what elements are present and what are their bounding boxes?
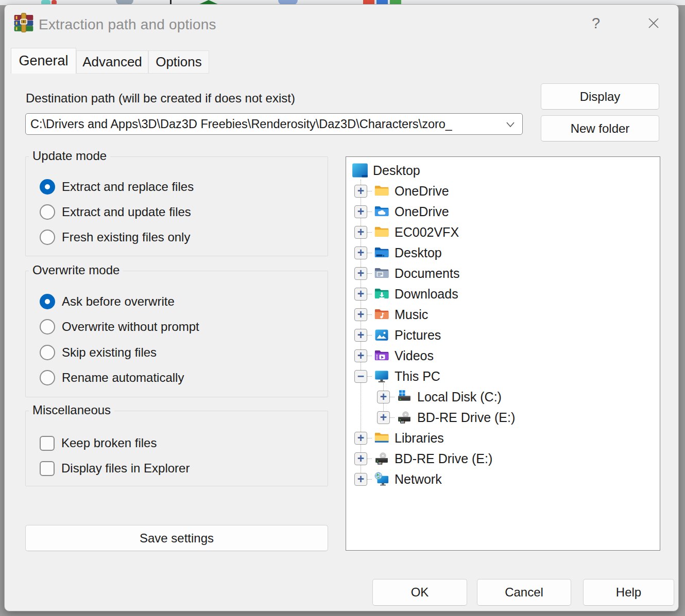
tree-item-videos[interactable]: +Videos: [346, 345, 660, 366]
tree-item-label[interactable]: BD-RE Drive (E:): [395, 451, 492, 466]
tree-item-bd-re-drive-e[interactable]: +BDBD-RE Drive (E:): [346, 407, 660, 428]
checkbox-label[interactable]: Keep broken files: [61, 436, 157, 450]
collapse-toggle-icon[interactable]: −: [354, 370, 367, 383]
new-folder-button[interactable]: New folder: [541, 115, 659, 142]
tree-item-label[interactable]: BD-RE Drive (E:): [417, 410, 515, 425]
expand-toggle-icon[interactable]: +: [354, 432, 367, 445]
expand-toggle-icon[interactable]: +: [354, 329, 367, 342]
tree-item-bd-re-drive-e[interactable]: +BDBD-RE Drive (E:): [346, 448, 660, 469]
tree-item-music[interactable]: +Music: [346, 304, 660, 325]
folder-icon: [373, 224, 390, 240]
tree-connector: [367, 212, 372, 212]
tree-item-label[interactable]: Local Disk (C:): [417, 390, 502, 404]
expand-toggle-icon[interactable]: +: [354, 205, 367, 218]
radio-icon[interactable]: [40, 204, 55, 220]
tab-general[interactable]: General: [11, 48, 76, 74]
expand-toggle-icon[interactable]: +: [354, 185, 367, 198]
tree-connector: [367, 314, 372, 315]
radio-icon[interactable]: [40, 294, 55, 309]
expand-toggle-icon[interactable]: +: [354, 452, 367, 465]
tree-item-label[interactable]: OneDrive: [395, 204, 449, 219]
radio-label[interactable]: Ask before overwrite: [62, 294, 175, 309]
radio-icon[interactable]: [40, 319, 55, 335]
radio-icon[interactable]: [40, 345, 55, 360]
tree-item-label[interactable]: Downloads: [395, 287, 458, 302]
radio-ask-before-overwrite[interactable]: Ask before overwrite: [40, 293, 175, 310]
radio-extract-and-update-files[interactable]: Extract and update files: [40, 204, 191, 220]
radio-label[interactable]: Overwrite without prompt: [62, 320, 199, 334]
tree-item-local-disk-c[interactable]: +Local Disk (C:): [346, 386, 660, 407]
tree-item-desktop[interactable]: +Desktop: [346, 242, 660, 263]
radio-icon[interactable]: [40, 230, 55, 245]
drive-bd-icon: BD: [373, 450, 390, 467]
radio-icon[interactable]: [40, 179, 55, 195]
ok-button[interactable]: OK: [372, 579, 467, 606]
help-button[interactable]: Help: [583, 579, 674, 606]
tree-item-libraries[interactable]: +Libraries: [346, 428, 660, 448]
tree-item-label[interactable]: Videos: [395, 348, 434, 363]
tree-item-pictures[interactable]: +Pictures: [346, 325, 660, 345]
checkbox-icon[interactable]: [40, 436, 55, 451]
expand-toggle-icon[interactable]: +: [354, 247, 367, 259]
update-mode-group-title: Update mode: [29, 149, 110, 163]
svg-text:BD: BD: [401, 421, 405, 424]
tree-connector: [367, 376, 372, 377]
radio-label[interactable]: Skip existing files: [62, 345, 157, 360]
radio-label[interactable]: Extract and replace files: [62, 180, 194, 194]
display-button[interactable]: Display: [541, 83, 659, 110]
tree-item-label[interactable]: Desktop: [373, 163, 420, 178]
radio-label[interactable]: Fresh existing files only: [62, 230, 190, 244]
checkbox-display-files-in-explorer[interactable]: Display files in Explorer: [40, 460, 190, 477]
destination-path-combobox[interactable]: C:\Drivers and Apps\3D\Daz3D Freebies\Re…: [25, 113, 523, 135]
tree-item-downloads[interactable]: +Downloads: [346, 284, 660, 304]
tree-item-label[interactable]: Desktop: [395, 245, 442, 260]
close-icon: [647, 16, 660, 30]
expand-toggle-icon[interactable]: +: [377, 411, 390, 424]
expand-toggle-icon[interactable]: +: [377, 391, 390, 403]
checkbox-keep-broken-files[interactable]: Keep broken files: [40, 435, 157, 451]
tree-item-network[interactable]: +Network: [346, 469, 660, 489]
tree-item-label[interactable]: Documents: [395, 266, 459, 281]
chevron-down-icon[interactable]: [505, 120, 516, 131]
tree-item-label[interactable]: Libraries: [395, 431, 444, 446]
expand-toggle-icon[interactable]: +: [354, 473, 367, 486]
destination-path-value[interactable]: C:\Drivers and Apps\3D\Daz3D Freebies\Re…: [30, 117, 452, 131]
checkbox-label[interactable]: Display files in Explorer: [61, 461, 190, 476]
expand-toggle-icon[interactable]: +: [354, 226, 367, 239]
checkbox-icon[interactable]: [40, 461, 55, 476]
cancel-button[interactable]: Cancel: [477, 579, 571, 606]
tree-item-onedrive[interactable]: +OneDrive: [346, 201, 660, 222]
radio-extract-and-replace-files[interactable]: Extract and replace files: [40, 179, 194, 195]
expand-toggle-icon[interactable]: +: [354, 267, 367, 280]
close-button[interactable]: [637, 11, 670, 36]
window-title: Extraction path and options: [39, 16, 216, 33]
help-titlebar-button[interactable]: ?: [579, 11, 612, 36]
radio-overwrite-without-prompt[interactable]: Overwrite without prompt: [40, 319, 199, 335]
expand-toggle-icon[interactable]: +: [354, 308, 367, 321]
tab-advanced[interactable]: Advanced: [76, 50, 148, 74]
tree-item-label[interactable]: Music: [395, 307, 428, 322]
tree-item-this-pc[interactable]: −This PC: [346, 366, 660, 386]
radio-label[interactable]: Rename automatically: [62, 371, 184, 385]
radio-icon[interactable]: [40, 370, 55, 385]
radio-skip-existing-files[interactable]: Skip existing files: [40, 344, 157, 361]
radio-label[interactable]: Extract and update files: [62, 205, 191, 219]
tree-item-desktop[interactable]: Desktop: [346, 160, 660, 181]
tree-item-documents[interactable]: +Documents: [346, 263, 660, 284]
tree-item-onedrive[interactable]: +OneDrive: [346, 181, 660, 201]
tree-item-label[interactable]: Network: [395, 472, 442, 487]
save-settings-button[interactable]: Save settings: [25, 525, 328, 551]
tree-item-label[interactable]: EC002VFX: [395, 225, 459, 240]
expand-toggle-icon[interactable]: +: [354, 349, 367, 362]
radio-fresh-existing-files-only[interactable]: Fresh existing files only: [40, 229, 190, 245]
expand-toggle-icon[interactable]: +: [354, 288, 367, 301]
folder-cloud-icon: [373, 203, 390, 220]
tab-options[interactable]: Options: [148, 50, 209, 74]
tree-item-label[interactable]: OneDrive: [395, 184, 449, 199]
radio-rename-automatically[interactable]: Rename automatically: [40, 369, 184, 386]
tree-item-label[interactable]: Pictures: [395, 328, 441, 343]
folder-tree[interactable]: Desktop+OneDrive+OneDrive+EC002VFX+Deskt…: [346, 156, 660, 551]
tree-item-ec002vfx[interactable]: +EC002VFX: [346, 222, 660, 242]
tree-item-label[interactable]: This PC: [395, 369, 440, 384]
tree-connector: [367, 273, 372, 274]
